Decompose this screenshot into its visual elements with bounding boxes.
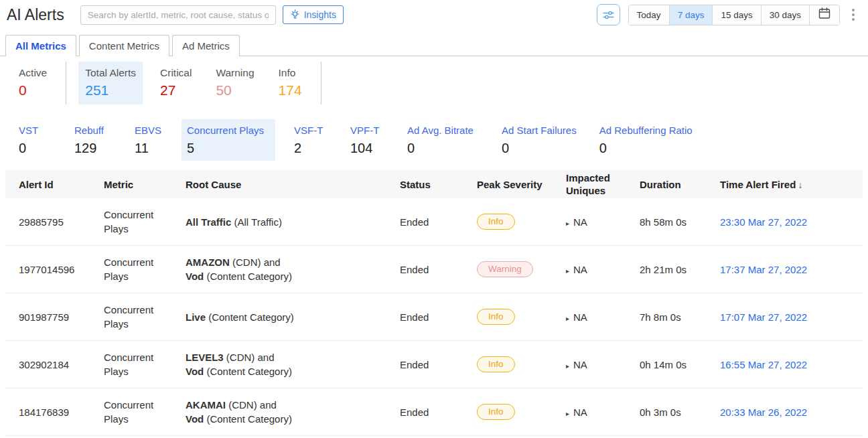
col-duration[interactable]: Duration: [640, 179, 720, 190]
filter-sliders-button[interactable]: [597, 4, 620, 25]
impacted-uniques: NA: [573, 311, 587, 323]
metric-ebvs[interactable]: EBVS 11: [129, 119, 169, 161]
severity-badge[interactable]: Info: [477, 404, 515, 421]
table-row[interactable]: 29885795 Concurrent Plays All Traffic (A…: [5, 198, 863, 246]
time-fired-link[interactable]: 17:07 Mar 27, 2022: [720, 311, 807, 323]
tab-content-metrics[interactable]: Content Metrics: [79, 35, 169, 56]
status: Ended: [400, 407, 477, 418]
tab-ad-metrics[interactable]: Ad Metrics: [172, 35, 240, 56]
duration: 0h 3m 0s: [640, 407, 720, 418]
stat-active[interactable]: Active 0: [19, 62, 54, 104]
status: Ended: [400, 311, 477, 323]
col-metric[interactable]: Metric: [104, 179, 186, 190]
duration: 0h 14m 0s: [640, 359, 720, 370]
col-peak-severity[interactable]: Peak Severity: [477, 179, 566, 190]
table-row[interactable]: 901987759 Concurrent Plays Live (Content…: [5, 293, 863, 341]
col-status[interactable]: Status: [400, 179, 477, 190]
col-alert-id[interactable]: Alert Id: [5, 179, 104, 190]
root-cause: All Traffic (All Traffic): [186, 215, 400, 229]
impacted-uniques: NA: [573, 264, 587, 275]
calendar-icon: [818, 7, 831, 23]
duration: 7h 8m 0s: [640, 311, 720, 323]
col-impacted-uniques[interactable]: Impacted Uniques: [566, 171, 640, 197]
root-cause: AMAZON (CDN) and Vod (Content Category): [186, 255, 400, 283]
severity-badge[interactable]: Warning: [477, 261, 533, 278]
severity-badge[interactable]: Info: [477, 214, 515, 230]
alerts-table: Alert Id Metric Root Cause Status Peak S…: [5, 170, 863, 436]
status: Ended: [400, 264, 477, 275]
metric-rebuff[interactable]: Rebuff 129: [69, 119, 117, 161]
metric-name: Concurrent Plays: [104, 255, 171, 283]
sort-desc-icon[interactable]: ↓: [798, 179, 802, 190]
alert-id: 29885795: [5, 216, 104, 228]
stat-critical[interactable]: Critical 27: [160, 62, 198, 104]
more-menu-button[interactable]: [848, 6, 859, 23]
duration: 8h 58m 0s: [640, 216, 720, 228]
metric-concurrent-plays[interactable]: Concurrent Plays 5: [182, 119, 275, 161]
calendar-button[interactable]: [810, 5, 839, 25]
duration: 2h 21m 0s: [640, 264, 720, 275]
expand-row-icon[interactable]: ▸: [566, 362, 569, 370]
time-fired-link[interactable]: 23:30 Mar 27, 2022: [720, 216, 807, 228]
metric-ad-avg-bitrate[interactable]: Ad Avg. Bitrate 0: [402, 119, 484, 161]
impacted-uniques: NA: [573, 216, 587, 228]
expand-row-icon[interactable]: ▸: [566, 267, 569, 275]
time-fired-link[interactable]: 17:37 Mar 27, 2022: [720, 264, 807, 275]
col-root-cause[interactable]: Root Cause: [186, 177, 400, 192]
metrics-tabs: All Metrics Content Metrics Ad Metrics: [0, 35, 868, 56]
date-range-group: Today 7 days 15 days 30 days: [628, 5, 840, 25]
metric-name: Concurrent Plays: [104, 303, 171, 331]
expand-row-icon[interactable]: ▸: [566, 410, 569, 417]
alert-id: 302902184: [5, 359, 104, 370]
metric-vpf-t[interactable]: VPF-T 104: [345, 119, 390, 161]
metric-ad-rebuffering-ratio[interactable]: Ad Rebuffering Ratio 0: [594, 119, 698, 161]
metric-vsf-t[interactable]: VSF-T 2: [289, 119, 333, 161]
stat-warning[interactable]: Warning 50: [216, 62, 261, 104]
stat-total-alerts[interactable]: Total Alerts 251: [78, 62, 143, 104]
search-input[interactable]: [80, 5, 276, 25]
range-7-days[interactable]: 7 days: [670, 5, 713, 25]
alert-id: 184176839: [5, 407, 104, 418]
metric-filter-bar: VST 0 Rebuff 129 EBVS 11 Concurrent Play…: [13, 119, 868, 161]
root-cause: AKAMAI (CDN) and Vod (Content Category): [186, 398, 400, 426]
table-row[interactable]: 1977014596 Concurrent Plays AMAZON (CDN)…: [5, 246, 863, 293]
status: Ended: [400, 216, 477, 228]
table-header-row: Alert Id Metric Root Cause Status Peak S…: [5, 170, 863, 198]
expand-row-icon[interactable]: ▸: [566, 315, 569, 322]
metric-ad-start-failures[interactable]: Ad Start Failures 0: [496, 119, 582, 161]
metric-name: Concurrent Plays: [104, 208, 171, 236]
expand-row-icon[interactable]: ▸: [566, 220, 569, 227]
stat-info[interactable]: Info 174: [279, 62, 309, 104]
metric-name: Concurrent Plays: [104, 398, 171, 426]
metric-vst[interactable]: VST 0: [13, 119, 57, 161]
severity-badge[interactable]: Info: [477, 356, 515, 373]
metric-name: Concurrent Plays: [104, 350, 171, 378]
range-today[interactable]: Today: [629, 5, 670, 25]
col-time-alert-fired[interactable]: Time Alert Fired↓: [720, 179, 863, 190]
time-fired-link[interactable]: 20:33 Mar 26, 2022: [720, 407, 807, 418]
table-row[interactable]: 302902184 Concurrent Plays LEVEL3 (CDN) …: [5, 341, 863, 388]
divider: [321, 62, 321, 104]
time-fired-link[interactable]: 16:55 Mar 27, 2022: [720, 359, 807, 370]
insights-bulb-icon: [290, 9, 300, 21]
severity-badge[interactable]: Info: [477, 309, 515, 325]
header: AI Alerts Insights Today 7 days 15 days …: [0, 0, 868, 27]
root-cause: LEVEL3 (CDN) and Vod (Content Category): [186, 350, 400, 378]
summary-bar: Active 0 Total Alerts 251 Critical 27 Wa…: [19, 62, 868, 104]
root-cause: Live (Content Category): [186, 310, 400, 324]
impacted-uniques: NA: [573, 359, 587, 370]
tab-all-metrics[interactable]: All Metrics: [5, 35, 76, 56]
page-title: AI Alerts: [7, 6, 64, 24]
status: Ended: [400, 359, 477, 370]
range-30-days[interactable]: 30 days: [762, 5, 810, 25]
alert-id: 901987759: [5, 311, 104, 323]
divider: [66, 62, 66, 104]
impacted-uniques: NA: [573, 407, 587, 418]
table-row[interactable]: 184176839 Concurrent Plays AKAMAI (CDN) …: [5, 388, 863, 436]
range-15-days[interactable]: 15 days: [713, 5, 761, 25]
alert-id: 1977014596: [5, 264, 104, 275]
insights-button[interactable]: Insights: [283, 5, 344, 24]
